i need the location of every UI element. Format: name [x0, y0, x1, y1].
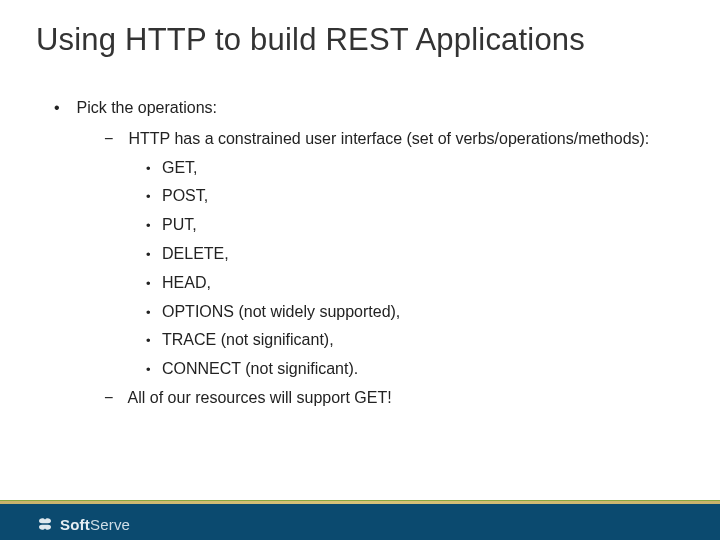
slide: Using HTTP to build REST Applications Pi… [0, 0, 720, 540]
bullet-text: Pick the operations: [76, 99, 217, 116]
list-item: CONNECT (not significant). [124, 357, 680, 382]
bullet-text: All of our resources will support GET! [128, 389, 392, 406]
bullet-list-lvl3: GET, POST, PUT, DELETE, HEAD, OPTIONS (n… [124, 156, 680, 382]
list-item: All of our resources will support GET! [72, 386, 680, 411]
bullet-text: OPTIONS (not widely supported), [162, 303, 400, 320]
bullet-text: PUT, [162, 216, 197, 233]
list-item: Pick the operations: HTTP has a constrai… [54, 96, 680, 411]
bullet-text: DELETE, [162, 245, 229, 262]
list-item: HTTP has a constrained user interface (s… [72, 127, 680, 382]
bullet-text: HEAD, [162, 274, 211, 291]
bullet-text: POST, [162, 187, 208, 204]
softserve-icon [36, 515, 54, 533]
bullet-text: GET, [162, 159, 198, 176]
list-item: GET, [124, 156, 680, 181]
list-item: PUT, [124, 213, 680, 238]
bullet-list-lvl1: Pick the operations: HTTP has a constrai… [54, 96, 680, 411]
footer-bar: SoftServe [0, 504, 720, 540]
bullet-list-lvl2: HTTP has a constrained user interface (s… [72, 127, 680, 411]
bullet-text: TRACE (not significant), [162, 331, 334, 348]
list-item: DELETE, [124, 242, 680, 267]
slide-content: Pick the operations: HTTP has a constrai… [0, 58, 720, 411]
brand-light: Serve [90, 516, 130, 533]
list-item: OPTIONS (not widely supported), [124, 300, 680, 325]
brand-text: SoftServe [60, 516, 130, 533]
list-item: POST, [124, 184, 680, 209]
brand-bold: Soft [60, 516, 90, 533]
brand-logo: SoftServe [36, 515, 130, 533]
bullet-text: CONNECT (not significant). [162, 360, 358, 377]
slide-title: Using HTTP to build REST Applications [0, 0, 720, 58]
list-item: HEAD, [124, 271, 680, 296]
bullet-text: HTTP has a constrained user interface (s… [128, 130, 649, 147]
list-item: TRACE (not significant), [124, 328, 680, 353]
